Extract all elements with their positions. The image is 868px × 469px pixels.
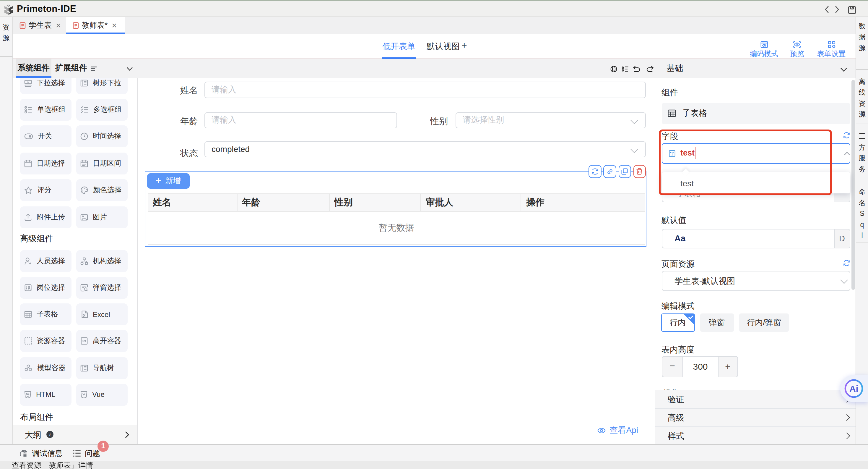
svg-text:i: i [49, 432, 51, 437]
svg-text:Ai: Ai [849, 384, 858, 393]
